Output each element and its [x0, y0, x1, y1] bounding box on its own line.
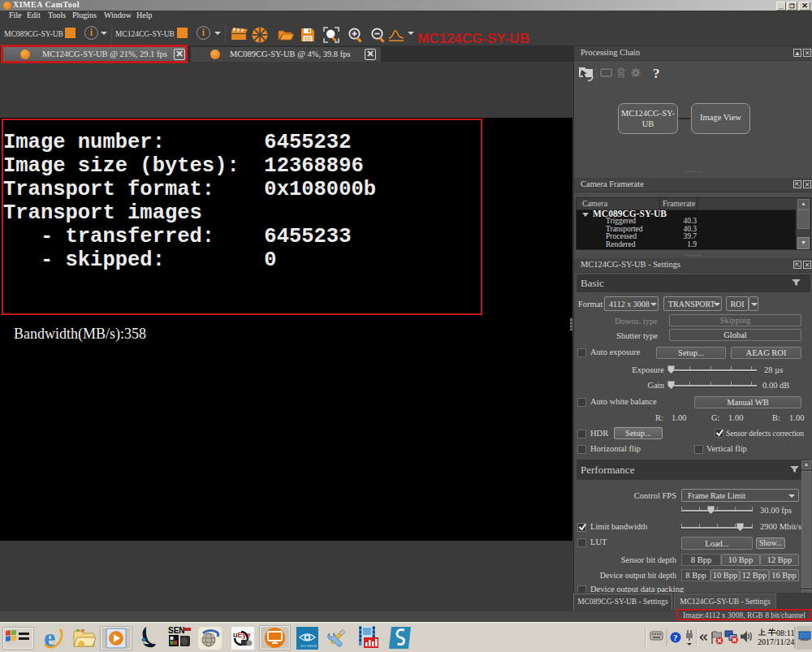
svg-text:?: ? — [673, 633, 678, 642]
svg-text:SEN: SEN — [168, 626, 185, 635]
svg-text:SYS VISION: SYS VISION — [300, 645, 317, 648]
svg-text:08:11: 08:11 — [776, 628, 794, 637]
svg-text:?: ? — [653, 66, 660, 81]
svg-text:2017/11/24: 2017/11/24 — [758, 637, 794, 646]
